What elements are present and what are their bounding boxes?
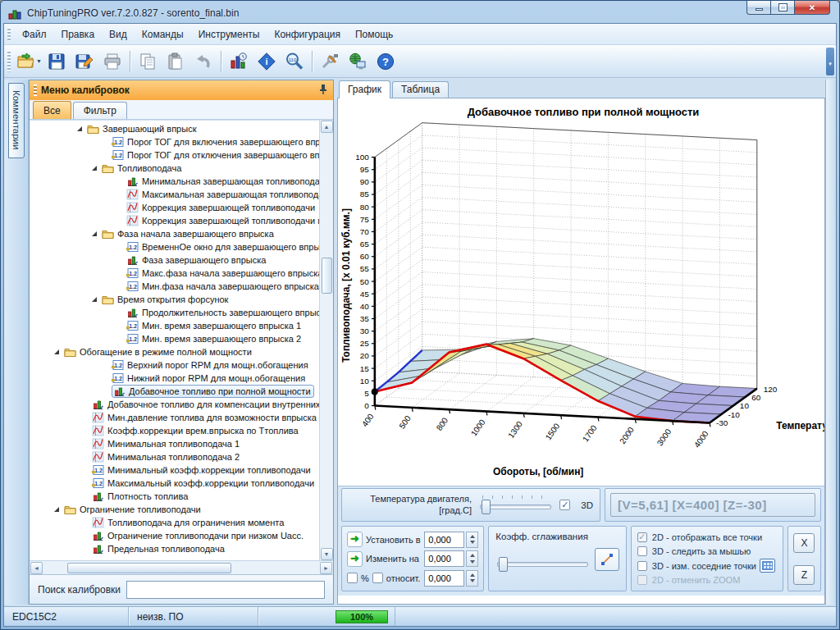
tree-item[interactable]: Ограничение топливоподачи при низком Uac… <box>30 529 319 542</box>
tree-item[interactable]: Минимальная завершающая топливоподач <box>30 175 319 188</box>
smoothing-slider[interactable] <box>495 551 590 573</box>
print-button[interactable] <box>99 48 126 75</box>
paste-button[interactable] <box>162 48 189 75</box>
toolbar-overflow-button[interactable]: ▾ <box>826 48 834 75</box>
surface-chart[interactable]: 0510152025303540455055606570758085909510… <box>338 98 825 486</box>
option-checkbox[interactable]: ✓ <box>637 532 647 542</box>
minimize-button[interactable] <box>746 1 771 15</box>
copy-button[interactable] <box>135 48 161 75</box>
comments-tab[interactable]: Комментарии <box>8 83 25 158</box>
z-axis-button[interactable]: Z <box>793 565 815 585</box>
close-button[interactable]: ✕ <box>794 1 830 15</box>
info-button[interactable]: i <box>253 48 280 75</box>
apply-smoothing-button[interactable] <box>595 548 619 571</box>
percent-checkbox[interactable] <box>347 573 358 583</box>
tree-vertical-scrollbar[interactable]: ▲ ▼ <box>319 121 333 560</box>
tree-item[interactable]: Ограничение топливоподачи <box>30 503 319 516</box>
calibration-tab-Фильтр[interactable]: Фильтр <box>73 102 127 119</box>
tree-item[interactable]: Продолжительность завершающего впрыс <box>30 306 319 319</box>
tree-item[interactable]: 1.2ВременнОе окно для завершающего впры <box>30 240 319 253</box>
tree-item[interactable]: Добавочное топливо для компенсации внутр… <box>30 398 319 411</box>
online-button[interactable] <box>345 48 371 75</box>
menu-grip[interactable] <box>7 27 11 42</box>
save-as-button[interactable] <box>71 48 98 75</box>
tree-expand-arrow[interactable] <box>77 126 82 131</box>
maximize-button[interactable] <box>771 1 794 15</box>
tree-item[interactable]: 1.2Нижний порог RPM для мощн.обогащения <box>30 372 319 385</box>
tree-item[interactable]: Мин.давление топлива для возможности впр… <box>30 411 319 424</box>
chart-tab-Таблица[interactable]: Таблица <box>392 81 449 98</box>
window-right-scrollbar[interactable] <box>825 80 836 605</box>
scroll-up-arrow[interactable]: ▲ <box>321 121 333 133</box>
menu-item[interactable]: Конфигурация <box>267 25 348 44</box>
engine-temperature-slider[interactable] <box>478 494 553 517</box>
scroll-left-arrow[interactable]: ◄ <box>30 562 43 574</box>
tree-item[interactable]: Максимальная завершающая топливопода <box>30 188 319 201</box>
panel-grip[interactable] <box>34 84 37 96</box>
option-checkbox[interactable] <box>637 546 647 556</box>
neighbor-points-grid-button[interactable] <box>760 559 775 573</box>
tree-item[interactable]: Фаза завершающего впрыска <box>30 253 319 267</box>
tools-button[interactable] <box>317 48 343 75</box>
tree-item[interactable]: 1.2Мин. время завершающего впрыска 2 <box>30 332 319 345</box>
3d-checkbox[interactable]: ✓ <box>559 500 570 510</box>
menu-item[interactable]: Помощь <box>348 25 400 44</box>
change-value-spinner[interactable]: 0,000 <box>424 550 478 567</box>
apply-set-button[interactable]: ➜ <box>347 532 363 547</box>
toolbar-grip[interactable] <box>7 50 11 72</box>
menu-item[interactable]: Правка <box>54 25 103 44</box>
tree-expand-arrow[interactable] <box>54 507 59 512</box>
relative-value-spinner[interactable]: 0,000 <box>424 570 478 587</box>
tree-item-selected[interactable]: Добавочное топливо при полной мощности <box>30 385 319 398</box>
calibration-search-input[interactable] <box>126 581 325 599</box>
horizontal-scroll-thumb[interactable] <box>67 563 231 573</box>
zoom-110-button[interactable]: 110 <box>281 48 308 75</box>
menu-item[interactable]: Вид <box>102 25 135 44</box>
tree-item[interactable]: 1.2Макс.фаза начала завершающего впрыска <box>30 267 319 280</box>
tree-item[interactable]: Завершающий впрыск <box>30 122 319 135</box>
statistics-button[interactable] <box>226 48 252 75</box>
set-value-spinner[interactable]: 0,000 <box>424 532 478 548</box>
tree-item[interactable]: Коэфф.коррекции врем.впрыска по Ттоплива <box>30 424 319 437</box>
calibration-tab-Все[interactable]: Все <box>33 101 71 119</box>
tree-item[interactable]: 1.2Мин. время завершающего впрыска 1 <box>30 319 319 332</box>
x-axis-button[interactable]: X <box>793 533 815 553</box>
tree-item[interactable]: 1.2Верхний порог RPM для мощн.обогащения <box>30 358 319 372</box>
tree-expand-arrow[interactable] <box>92 231 97 236</box>
menu-item[interactable]: Инструменты <box>191 25 267 44</box>
tree-item[interactable]: 1.2Мин.фаза начала завершающего впрыска <box>30 280 319 293</box>
chart-tab-График[interactable]: График <box>339 80 390 98</box>
tree-item[interactable]: Предельная топливоподача <box>30 542 319 555</box>
slider-thumb[interactable] <box>482 500 491 514</box>
scroll-right-arrow[interactable]: ► <box>320 562 332 574</box>
tree-item[interactable]: 1.2Минимальный коэфф.коррекции топливопо… <box>30 463 319 477</box>
menu-item[interactable]: Команды <box>135 25 191 44</box>
scroll-down-arrow[interactable]: ▼ <box>321 548 333 560</box>
tree-item[interactable]: Обогащение в режиме полной мощности <box>30 345 319 358</box>
menu-item[interactable]: Файл <box>15 25 54 44</box>
tree-horizontal-scrollbar[interactable]: ◄ ► <box>30 560 333 574</box>
open-file-button[interactable]: ▼ <box>16 48 42 75</box>
tree-item[interactable]: Время открытия форсунок <box>30 293 319 306</box>
relative-checkbox[interactable] <box>372 573 383 583</box>
tree-item[interactable]: Плотность топлива <box>30 490 319 503</box>
tree-item[interactable]: Коррекция завершающей топливоподачи п <box>30 214 319 227</box>
tree-item[interactable]: 1.2Порог ТОГ для отключения завершающего… <box>30 148 319 162</box>
undo-button[interactable] <box>190 48 217 75</box>
pin-icon[interactable] <box>318 84 328 98</box>
tree-item[interactable]: Топливоподача <box>30 162 319 175</box>
help-button[interactable]: ? <box>372 48 399 75</box>
tree-item[interactable]: Минимальная топливоподача 2 <box>30 450 319 463</box>
save-button[interactable] <box>43 48 70 75</box>
option-checkbox[interactable] <box>637 561 647 571</box>
tree-item[interactable]: Коррекция завершающей топливоподачи <box>30 201 319 214</box>
tree-expand-arrow[interactable] <box>92 166 97 171</box>
title-bar[interactable]: ChipTuningPRO ver.7.2.0.827 - sorento_fi… <box>3 1 837 23</box>
tree-expand-arrow[interactable] <box>54 349 59 354</box>
slider-thumb[interactable] <box>499 557 508 572</box>
tree-expand-arrow[interactable] <box>92 297 97 302</box>
tree-item[interactable]: 1.2Порог ТОГ для включения завершающего … <box>30 135 319 148</box>
tree-item[interactable]: Минимальная топливоподача 1 <box>30 437 319 450</box>
apply-change-button[interactable]: ➜ <box>347 551 363 567</box>
tree-item[interactable]: 1.2Максимальный коэфф.коррекции топливоп… <box>30 477 319 490</box>
